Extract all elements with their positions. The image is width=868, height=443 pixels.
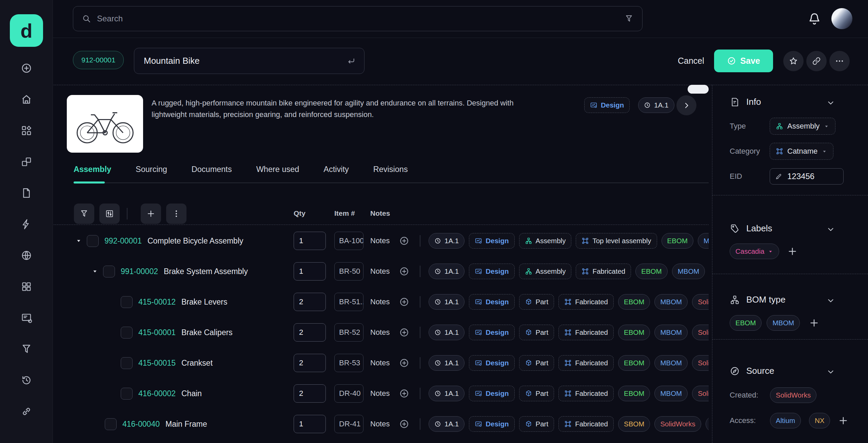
bom-tag-ebom[interactable]: EBOM <box>635 264 667 279</box>
filter-icon[interactable] <box>21 343 32 355</box>
type-badge[interactable]: Part <box>519 416 554 432</box>
category-badge[interactable]: Top level assembly <box>576 233 657 249</box>
web-icon[interactable] <box>21 250 32 261</box>
phase-badge[interactable]: Design <box>469 325 514 340</box>
bom-tag-sbom[interactable]: SBOM <box>618 416 650 432</box>
collapse-bom-type-icon[interactable] <box>826 296 835 305</box>
product-name-input[interactable] <box>143 55 342 66</box>
qty-field[interactable] <box>294 354 326 372</box>
row-checkbox[interactable] <box>121 296 133 308</box>
bom-tag-mbom[interactable]: MBOM <box>698 233 709 249</box>
row-checkbox[interactable] <box>121 388 133 400</box>
qty-input[interactable] <box>294 415 326 433</box>
type-badge[interactable]: Part <box>519 294 554 310</box>
save-button[interactable]: Save <box>714 50 773 72</box>
qty-field[interactable] <box>294 415 326 433</box>
collapse-caret-icon[interactable] <box>92 268 98 275</box>
category-badge[interactable]: Fabricated <box>576 264 631 279</box>
source-tag[interactable]: SolidWorks <box>692 355 709 371</box>
user-avatar[interactable] <box>831 8 852 29</box>
qty-input[interactable] <box>294 324 326 341</box>
category-badge[interactable]: Fabricated <box>558 294 614 310</box>
history-icon[interactable] <box>21 374 32 386</box>
bom-tag-mbom[interactable]: MBOM <box>654 355 688 371</box>
more-options-button[interactable] <box>829 51 850 71</box>
category-badge[interactable]: Fabricated <box>558 416 614 432</box>
search-filter-icon[interactable] <box>625 14 633 23</box>
phase-badge[interactable]: Design <box>469 416 514 432</box>
row-checkbox[interactable] <box>103 266 115 277</box>
revision-badge[interactable]: 1A.1 <box>429 233 465 249</box>
row-checkbox[interactable] <box>121 327 133 339</box>
part-number-link[interactable]: 415-00001 <box>138 328 176 337</box>
created-source-tag[interactable]: SolidWorks <box>770 387 816 403</box>
row-checkbox[interactable] <box>105 418 117 430</box>
documents-icon[interactable] <box>21 187 32 199</box>
qty-field[interactable] <box>294 293 326 311</box>
type-badge[interactable]: Assembly <box>519 264 572 279</box>
revision-badge[interactable]: 1A.1 <box>429 355 465 371</box>
part-number-link[interactable]: 415-00015 <box>138 359 176 368</box>
tab-sourcing[interactable]: Sourcing <box>136 165 167 174</box>
collapse-source-icon[interactable] <box>826 367 835 376</box>
item-number-field[interactable]: DR-40 <box>334 384 363 403</box>
add-note-icon[interactable] <box>399 297 409 307</box>
copy-link-button[interactable] <box>806 51 827 71</box>
revision-badge[interactable]: 1A.1 <box>429 386 465 401</box>
qty-input[interactable] <box>294 385 326 402</box>
source-tag[interactable]: SolidWorks <box>692 294 709 310</box>
part-number-link[interactable]: 416-00040 <box>122 420 160 429</box>
product-thumbnail[interactable] <box>67 95 143 153</box>
collapse-labels-icon[interactable] <box>826 225 835 234</box>
bom-tag-mbom[interactable]: MBOM <box>654 325 688 340</box>
type-badge[interactable]: Part <box>519 325 554 340</box>
revision-badge[interactable]: 1A.1 <box>429 294 465 310</box>
add-note-icon[interactable] <box>399 236 409 246</box>
apps-icon[interactable] <box>21 281 32 292</box>
category-badge[interactable]: Fabricated <box>558 386 614 401</box>
type-badge[interactable]: Assembly <box>519 233 572 249</box>
bom-tag-mbom[interactable]: MBOM <box>654 294 688 310</box>
tab-where-used[interactable]: Where used <box>256 165 299 174</box>
table-view-settings-button[interactable] <box>99 204 120 224</box>
qty-field[interactable] <box>294 384 326 403</box>
source-tag[interactable]: SolidWorks <box>692 325 709 340</box>
qty-field[interactable] <box>294 323 326 342</box>
phase-badge[interactable]: Design <box>469 294 514 310</box>
item-number-field[interactable]: BR-53 <box>334 354 363 372</box>
source-tag[interactable]: SolidWorks <box>692 386 709 401</box>
actions-icon[interactable] <box>21 218 32 230</box>
part-number-link[interactable]: 415-00012 <box>138 297 176 307</box>
bom-tag-mbom[interactable]: MBOM <box>672 264 705 279</box>
collapse-caret-icon[interactable] <box>75 237 82 244</box>
phase-badge[interactable]: Design <box>469 233 514 249</box>
add-label-icon[interactable] <box>787 246 797 256</box>
phase-badge[interactable]: Design <box>469 355 514 371</box>
qty-field[interactable] <box>294 262 326 281</box>
label-tag-cascadia[interactable]: Cascadia <box>730 244 779 259</box>
bom-tag-ebom[interactable]: EBOM <box>618 386 650 401</box>
item-number-field[interactable]: BR-51... <box>334 293 363 311</box>
create-icon[interactable] <box>21 62 32 74</box>
source-tag[interactable]: Altium <box>706 416 709 432</box>
item-number-field[interactable]: DR-41 <box>334 415 363 433</box>
expand-details-button[interactable] <box>676 95 696 115</box>
part-number-link[interactable]: 992-00001 <box>104 236 142 246</box>
cancel-button[interactable]: Cancel <box>676 56 706 66</box>
eid-input[interactable] <box>787 171 838 181</box>
add-note-icon[interactable] <box>399 419 409 429</box>
add-row-button[interactable] <box>141 204 161 224</box>
access-tag-nx[interactable]: NX <box>809 413 830 428</box>
bom-tag-ebom[interactable]: EBOM <box>618 325 650 340</box>
bom-tag-mbom[interactable]: MBOM <box>767 315 800 331</box>
type-badge[interactable]: Part <box>519 386 554 401</box>
bom-tag-mbom[interactable]: MBOM <box>654 386 688 401</box>
table-filter-button[interactable] <box>74 204 94 224</box>
add-note-icon[interactable] <box>399 266 409 276</box>
qty-field[interactable] <box>294 232 326 250</box>
access-tag-altium[interactable]: Altium <box>770 413 801 428</box>
integrations-icon[interactable] <box>21 406 32 417</box>
type-badge[interactable]: Part <box>519 355 554 371</box>
add-note-icon[interactable] <box>399 358 409 368</box>
favorite-button[interactable] <box>783 51 804 71</box>
